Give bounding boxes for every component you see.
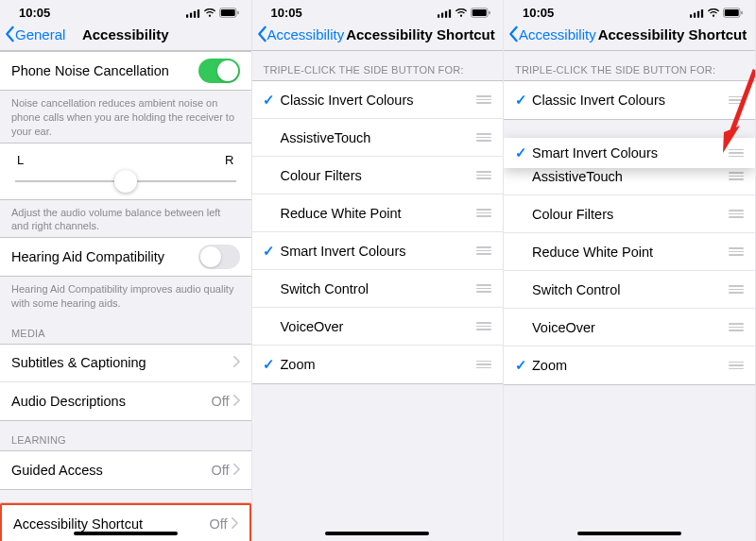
- status-bar: 10:05: [0, 0, 251, 22]
- drag-handle-icon[interactable]: [474, 245, 493, 257]
- checkmark-icon: ✓: [263, 243, 275, 260]
- drag-handle-icon[interactable]: [474, 359, 493, 371]
- subtitles-cell[interactable]: Subtitles & Captioning: [0, 345, 251, 382]
- drag-handle-icon[interactable]: [474, 320, 493, 332]
- drag-handle-icon[interactable]: [474, 93, 493, 106]
- content: Phone Noise Cancellation Noise cancellat…: [0, 51, 251, 541]
- shortcut-item[interactable]: Reduce White Point: [504, 233, 755, 271]
- drag-handle-icon[interactable]: [727, 208, 746, 220]
- shortcut-item[interactable]: VoiceOver: [252, 308, 504, 346]
- shortcut-item-label: Smart Invert Colours: [281, 244, 475, 259]
- drag-handle-icon[interactable]: [474, 282, 493, 295]
- cell-value: Off: [211, 394, 229, 409]
- checkmark-icon: ✓: [515, 144, 527, 161]
- shortcut-item[interactable]: ✓Zoom: [252, 346, 504, 383]
- cell-label: Phone Noise Cancellation: [11, 63, 198, 78]
- drag-handle-icon[interactable]: [727, 245, 746, 258]
- shortcut-item-label: Reduce White Point: [281, 206, 475, 221]
- home-indicator[interactable]: [325, 532, 429, 535]
- signal-icon: [186, 8, 200, 18]
- home-indicator[interactable]: [74, 532, 178, 535]
- shortcut-item[interactable]: VoiceOver: [504, 309, 755, 347]
- back-button[interactable]: Accessibility: [507, 25, 596, 42]
- shortcut-item[interactable]: ✓Classic Invert Colours: [252, 81, 504, 119]
- drag-handle-icon[interactable]: [474, 169, 493, 181]
- hearing-aid-toggle[interactable]: [198, 245, 240, 269]
- annotation-arrow-icon: [715, 66, 756, 161]
- balance-slider[interactable]: [15, 180, 236, 182]
- svg-rect-8: [441, 12, 443, 17]
- accessibility-shortcut-cell[interactable]: Accessibility Shortcut Off: [2, 505, 249, 541]
- shortcut-item-label: AssistiveTouch: [532, 169, 727, 184]
- shortcut-item-label: Reduce White Point: [532, 245, 727, 260]
- shortcut-item[interactable]: ✓Zoom: [504, 347, 755, 384]
- shortcut-item-label: Colour Filters: [532, 207, 727, 222]
- balance-slider-cell[interactable]: L R: [0, 144, 251, 199]
- slider-thumb[interactable]: [114, 170, 137, 193]
- balance-left-label: L: [17, 153, 24, 167]
- svg-rect-5: [220, 9, 234, 16]
- status-icons: [186, 8, 240, 18]
- shortcut-item-label: AssistiveTouch: [281, 130, 475, 145]
- status-time: 10:05: [271, 6, 302, 20]
- cell-value: Off: [211, 463, 229, 478]
- wifi-icon: [203, 8, 216, 18]
- svg-rect-19: [700, 9, 702, 18]
- hearing-aid-cell[interactable]: Hearing Aid Compatibility: [0, 238, 251, 276]
- svg-rect-10: [449, 9, 451, 18]
- svg-rect-9: [445, 10, 447, 17]
- drag-handle-icon[interactable]: [727, 321, 746, 333]
- status-time: 10:05: [19, 6, 50, 20]
- shortcut-item[interactable]: Reduce White Point: [252, 194, 504, 232]
- screen-shortcut-dragging: 10:05 Accessibility Accessibility Shortc…: [504, 0, 756, 541]
- learning-header: LEARNING: [0, 421, 251, 450]
- svg-rect-17: [693, 12, 695, 17]
- svg-rect-1: [189, 12, 191, 17]
- noise-cancellation-cell[interactable]: Phone Noise Cancellation: [0, 52, 251, 90]
- page-title: Accessibility: [82, 26, 169, 42]
- noise-cancel-footer: Noise cancellation reduces ambient noise…: [0, 91, 251, 143]
- shortcut-item[interactable]: Colour Filters: [252, 157, 504, 194]
- shortcut-item-label: Classic Invert Colours: [281, 93, 475, 108]
- screen-shortcut-list: 10:05 Accessibility Accessibility Shortc…: [252, 0, 505, 541]
- shortcut-item[interactable]: AssistiveTouch: [252, 119, 504, 157]
- triple-click-header: TRIPLE-CLICK THE SIDE BUTTON FOR:: [252, 51, 504, 80]
- shortcut-item-label: VoiceOver: [532, 320, 727, 335]
- drag-handle-icon[interactable]: [474, 131, 493, 144]
- drag-handle-icon[interactable]: [727, 283, 746, 296]
- guided-access-cell[interactable]: Guided Access Off: [0, 451, 251, 489]
- drag-handle-icon[interactable]: [727, 360, 746, 372]
- audio-descriptions-cell[interactable]: Audio Descriptions Off: [0, 382, 251, 420]
- cell-label: Accessibility Shortcut: [13, 516, 209, 532]
- back-button[interactable]: Accessibility: [256, 25, 345, 42]
- shortcut-item[interactable]: Switch Control: [504, 271, 755, 309]
- shortcut-item-label: VoiceOver: [281, 319, 475, 334]
- svg-rect-22: [741, 11, 742, 15]
- svg-rect-18: [696, 10, 698, 17]
- svg-rect-0: [186, 14, 188, 18]
- drag-handle-icon[interactable]: [727, 170, 746, 182]
- shortcut-item[interactable]: Switch Control: [252, 270, 504, 308]
- svg-marker-15: [723, 126, 740, 153]
- nav-bar: Accessibility Accessibility Shortcut: [252, 22, 504, 51]
- shortcut-item[interactable]: Colour Filters: [504, 195, 755, 233]
- home-indicator[interactable]: [577, 532, 681, 535]
- svg-rect-7: [438, 14, 439, 18]
- shortcut-item[interactable]: ✓Smart Invert Colours: [252, 232, 504, 270]
- shortcut-item-label: Zoom: [532, 358, 727, 373]
- svg-rect-3: [197, 9, 198, 18]
- drag-handle-icon[interactable]: [474, 207, 493, 219]
- svg-rect-6: [237, 11, 238, 15]
- status-bar: 10:05: [504, 0, 755, 22]
- chevron-right-icon: [233, 462, 240, 479]
- back-button[interactable]: General: [4, 25, 65, 42]
- page-title: Accessibility Shortcut: [598, 26, 747, 42]
- noise-cancellation-toggle[interactable]: [198, 59, 240, 83]
- chevron-right-icon: [233, 354, 240, 371]
- svg-rect-21: [724, 9, 738, 16]
- back-label: General: [15, 26, 65, 42]
- page-title: Accessibility Shortcut: [346, 26, 495, 42]
- cell-label: Guided Access: [11, 463, 211, 478]
- cell-value: Off: [209, 516, 227, 532]
- checkmark-icon: ✓: [263, 356, 275, 373]
